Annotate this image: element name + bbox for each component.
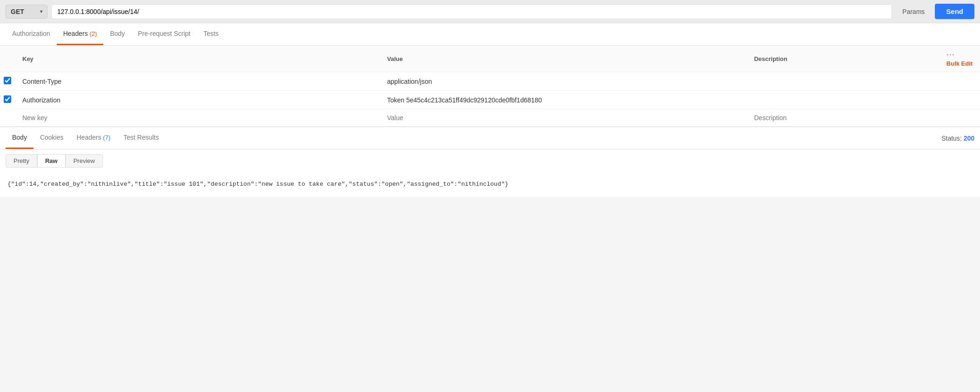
chevron-down-icon: ▾ <box>40 9 42 14</box>
view-mode-bar: Pretty Raw Preview <box>0 149 980 172</box>
row1-checkbox-cell <box>0 72 17 91</box>
tab-authorization-label: Authorization <box>12 30 50 37</box>
tab-body-label: Body <box>110 30 125 37</box>
resp-tab-test-results[interactable]: Test Results <box>117 127 165 149</box>
row2-value: Token 5e45c4c213ca51ff49dc929120cde0fbf1… <box>382 91 749 109</box>
status-code: 200 <box>964 135 974 142</box>
resp-tab-cookies[interactable]: Cookies <box>34 127 70 149</box>
view-raw-button[interactable]: Raw <box>37 154 66 168</box>
tab-tests[interactable]: Tests <box>197 23 225 45</box>
view-pretty-button[interactable]: Pretty <box>6 154 37 168</box>
row2-checkbox-cell <box>0 91 17 109</box>
row1-value: application/json <box>382 72 749 91</box>
col-key-header: Key <box>17 46 382 72</box>
more-icon[interactable]: ··· <box>946 50 955 60</box>
table-row: Authorization Token 5e45c4c213ca51ff49dc… <box>0 91 980 109</box>
row1-actions <box>941 72 980 91</box>
send-button[interactable]: Send <box>935 4 974 19</box>
table-new-row <box>0 109 980 127</box>
headers-section: Key Value Description ··· Bulk Edit Cont… <box>0 46 980 127</box>
params-button[interactable]: Params <box>896 5 931 19</box>
response-body: {"id":14,"created_by":"nithinlive","titl… <box>0 172 980 197</box>
tab-authorization[interactable]: Authorization <box>6 23 57 45</box>
resp-tab-headers-label: Headers <box>77 134 103 141</box>
view-preview-button[interactable]: Preview <box>66 154 103 168</box>
tab-pre-request-script[interactable]: Pre-request Script <box>131 23 197 45</box>
col-description-header: Description <box>748 46 940 72</box>
resp-tab-headers[interactable]: Headers (7) <box>70 127 117 149</box>
method-label: GET <box>11 8 24 15</box>
tab-pre-request-script-label: Pre-request Script <box>138 30 190 37</box>
method-selector[interactable]: GET ▾ <box>6 5 47 19</box>
tab-tests-label: Tests <box>203 30 219 37</box>
response-section: Body Cookies Headers (7) Test Results St… <box>0 127 980 197</box>
resp-tab-cookies-label: Cookies <box>40 134 64 141</box>
row2-key: Authorization <box>17 91 382 109</box>
new-row-checkbox-cell <box>0 109 17 127</box>
new-desc-input[interactable] <box>754 114 935 122</box>
new-value-input[interactable] <box>387 114 743 122</box>
row1-description <box>748 72 940 91</box>
resp-tab-body[interactable]: Body <box>6 127 34 149</box>
headers-table: Key Value Description ··· Bulk Edit Cont… <box>0 46 980 127</box>
tab-body[interactable]: Body <box>103 23 131 45</box>
resp-tab-test-results-label: Test Results <box>123 134 159 141</box>
status-label: Status: <box>941 135 962 142</box>
new-row-key-cell <box>17 109 382 127</box>
new-key-input[interactable] <box>22 114 376 122</box>
response-tabs-bar: Body Cookies Headers (7) Test Results St… <box>0 127 980 149</box>
tab-headers[interactable]: Headers (2) <box>57 23 104 45</box>
new-row-value-cell <box>382 109 749 127</box>
resp-tab-body-label: Body <box>12 134 27 141</box>
top-bar: GET ▾ Params Send <box>0 0 980 23</box>
status-indicator: Status: 200 <box>941 135 974 142</box>
row1-key: Content-Type <box>17 72 382 91</box>
bulk-edit-link[interactable]: Bulk Edit <box>946 60 973 67</box>
row1-checkbox[interactable] <box>4 77 11 84</box>
col-value-header: Value <box>382 46 749 72</box>
resp-tab-headers-badge: (7) <box>103 134 110 141</box>
new-row-actions <box>941 109 980 127</box>
url-input[interactable] <box>51 4 892 19</box>
tab-headers-badge: (2) <box>90 30 97 37</box>
table-row: Content-Type application/json <box>0 72 980 91</box>
row2-description <box>748 91 940 109</box>
row2-actions <box>941 91 980 109</box>
col-actions-header: ··· Bulk Edit <box>941 46 980 72</box>
new-row-desc-cell <box>748 109 940 127</box>
tab-headers-label: Headers <box>63 30 90 37</box>
request-tabs: Authorization Headers (2) Body Pre-reque… <box>0 23 980 46</box>
col-checkbox-header <box>0 46 17 72</box>
row2-checkbox[interactable] <box>4 95 11 103</box>
response-tabs: Body Cookies Headers (7) Test Results <box>6 127 165 149</box>
